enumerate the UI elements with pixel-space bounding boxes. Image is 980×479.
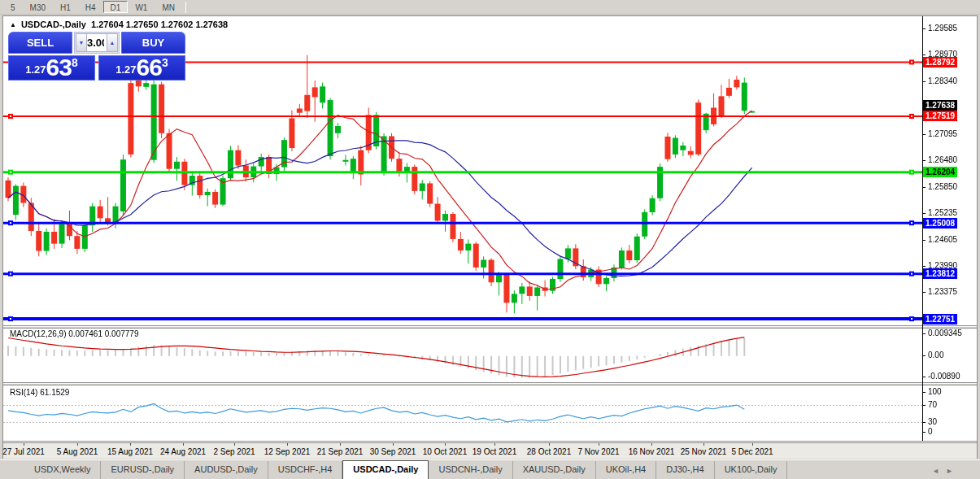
date-axis-tick	[340, 443, 341, 446]
price-axis-tick: 1.24605	[928, 235, 957, 244]
date-axis-label: 30 Sep 2021	[370, 447, 416, 456]
chart-title-arrow-icon: ▲	[10, 21, 16, 28]
sell-price-main: 63	[46, 57, 72, 78]
date-axis-label: 28 Oct 2021	[527, 447, 571, 456]
date-axis-tick	[183, 443, 184, 446]
tab-scroll-right-icon[interactable]: ►	[946, 467, 953, 475]
date-axis-tick	[651, 443, 652, 446]
price-axis[interactable]: 1.295851.289701.283401.277251.270951.264…	[925, 16, 977, 442]
date-axis-tick	[703, 443, 704, 446]
current-price-label: 1.27638	[923, 100, 957, 111]
symbol-tab-usdchfh4[interactable]: USDCHF-,H4	[268, 461, 343, 479]
symbol-tab-dj30h4[interactable]: DJ30-,H4	[656, 461, 714, 479]
timeframe-button-d1[interactable]: D1	[103, 1, 128, 13]
symbol-tab-bar: USDX,WeeklyEURUSD-,DailyAUDUSD-,DailyUSD…	[0, 459, 980, 479]
buy-price-prefix: 1.27	[115, 62, 136, 78]
sell-price-sup: 8	[72, 57, 78, 68]
chart-window: ▲ USDCAD-,Daily 1.27604 1.27650 1.27602 …	[2, 15, 978, 459]
price-axis-tick: 1.25235	[928, 208, 957, 217]
rsi-axis-tick: 70	[928, 400, 937, 409]
timeframe-button-w1[interactable]: W1	[128, 1, 155, 13]
timeframe-button-h4[interactable]: H4	[78, 1, 103, 13]
macd-axis-tick: 0.009345	[928, 329, 962, 337]
date-axis-label: 12 Sep 2021	[264, 447, 311, 456]
price-axis-tick: 1.25850	[928, 182, 957, 191]
symbol-tab-uk100daily[interactable]: UK100-,Daily	[715, 461, 788, 479]
timeframe-button-5[interactable]: 5	[3, 1, 23, 13]
date-axis-tick	[752, 443, 753, 446]
price-line-label: 1.25008	[923, 218, 957, 229]
symbol-tab-ukoilh4[interactable]: UKOil-,H4	[596, 461, 657, 479]
macd-label: MACD(12,26,9) 0.007461 0.007779	[10, 329, 138, 338]
date-axis-tick	[445, 443, 446, 446]
date-axis-tick	[77, 443, 78, 446]
sell-button[interactable]: SELL	[8, 32, 72, 54]
date-axis[interactable]: 27 Jul 20215 Aug 202115 Aug 202124 Aug 2…	[3, 442, 977, 459]
timeframe-toolbar: 5M30H1H4D1W1MN	[0, 0, 980, 15]
buy-price-main: 66	[137, 57, 162, 78]
price-axis-tick: 1.23375	[928, 287, 957, 296]
timeframe-button-mn[interactable]: MN	[155, 1, 182, 13]
date-axis-tick	[494, 443, 495, 446]
timeframe-button-m30[interactable]: M30	[23, 1, 53, 13]
chart-title-ohlc: 1.27604 1.27650 1.27602 1.27638	[91, 20, 228, 29]
date-axis-label: 16 Nov 2021	[629, 447, 675, 456]
symbol-tab-usdcnhdaily[interactable]: USDCNH-,Daily	[429, 461, 512, 479]
date-axis-label: 15 Aug 2021	[107, 447, 153, 456]
symbol-tab-audusddaily[interactable]: AUDUSD-,Daily	[185, 461, 268, 479]
price-axis-tick: 1.29585	[928, 24, 957, 33]
price-line-label: 1.23812	[923, 268, 957, 279]
rsi-axis-tick: 30	[928, 417, 937, 426]
macd-axis-tick: -0.00890	[928, 372, 960, 381]
date-axis-tick	[24, 443, 24, 446]
tab-scroll-left-icon[interactable]: ◄	[932, 467, 939, 475]
chart-title: ▲ USDCAD-,Daily 1.27604 1.27650 1.27602 …	[10, 20, 228, 29]
buy-price-sup: 3	[162, 57, 168, 68]
price-axis-tick: 1.28340	[928, 76, 957, 85]
rsi-axis-tick: 100	[928, 387, 942, 396]
date-axis-label: 19 Oct 2021	[473, 447, 516, 456]
toolbar-separator	[185, 2, 186, 13]
date-axis-label: 25 Nov 2021	[681, 447, 727, 456]
date-axis-label: 7 Nov 2021	[577, 447, 619, 456]
buy-price-display[interactable]: 1.27 66 3	[98, 55, 185, 81]
sell-price-display[interactable]: 1.27 63 8	[8, 55, 95, 81]
price-line-label: 1.26204	[923, 167, 957, 177]
date-axis-label: 27 Jul 2021	[2, 447, 45, 456]
date-axis-tick	[234, 443, 235, 446]
date-axis-label: 24 Aug 2021	[160, 447, 206, 456]
price-axis-tick: 1.26480	[928, 155, 957, 164]
price-line-label: 1.22751	[923, 314, 957, 324]
date-axis-tick	[599, 443, 599, 446]
volume-input[interactable]	[87, 33, 107, 52]
sell-price-prefix: 1.27	[25, 62, 46, 78]
volume-up-icon[interactable]: ▲	[107, 33, 118, 52]
date-axis-label: 5 Dec 2021	[731, 447, 773, 456]
date-axis-tick	[130, 443, 131, 446]
rsi-axis-tick: 0	[928, 427, 933, 436]
rsi-label: RSI(14) 61.1529	[10, 388, 69, 397]
date-axis-label: 2 Sep 2021	[213, 447, 255, 456]
price-line-label: 1.27519	[923, 111, 957, 121]
symbol-tab-usdcaddaily[interactable]: USDCAD-,Daily	[342, 460, 429, 479]
volume-stepper: ▼ ▲	[74, 32, 120, 54]
symbol-tab-usdxweekly[interactable]: USDX,Weekly	[24, 461, 101, 479]
date-axis-tick	[549, 443, 550, 446]
date-axis-tick	[287, 443, 288, 446]
date-axis-label: 21 Sep 2021	[317, 447, 364, 456]
price-line-label: 1.28792	[923, 57, 957, 67]
date-axis-label: 10 Oct 2021	[423, 447, 467, 456]
symbol-tab-eurusddaily[interactable]: EURUSD-,Daily	[101, 461, 185, 479]
symbol-tab-xauusddaily[interactable]: XAUUSD-,Daily	[513, 461, 596, 479]
chart-title-symbol: USDCAD-,Daily	[21, 20, 86, 29]
buy-button[interactable]: BUY	[121, 32, 185, 54]
date-axis-tick	[393, 443, 394, 446]
volume-down-icon[interactable]: ▼	[76, 33, 87, 52]
date-axis-label: 5 Aug 2021	[57, 447, 98, 456]
timeframe-button-h1[interactable]: H1	[53, 1, 78, 13]
price-axis-tick: 1.27095	[928, 129, 957, 138]
macd-axis-tick: 0.00	[928, 351, 943, 359]
trade-panel: SELL ▼ ▲ BUY 1.27 63 8 1.27 66 3	[8, 32, 185, 81]
